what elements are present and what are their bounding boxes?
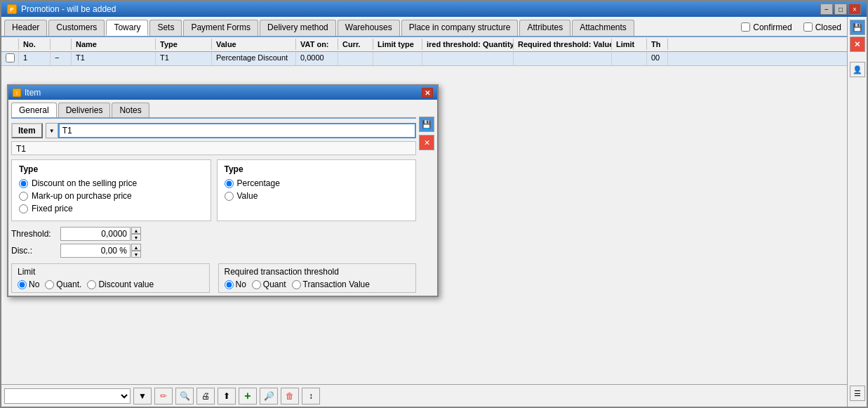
radio-fixed-price-label: Fixed price: [32, 204, 73, 213]
row-value: 0,0000: [296, 52, 338, 65]
threshold-input[interactable]: [60, 227, 131, 241]
row-name: T1: [72, 52, 156, 65]
confirmed-checkbox[interactable]: [741, 22, 750, 32]
modal-cancel-button[interactable]: ✕: [419, 135, 434, 150]
print-button[interactable]: 🖨: [196, 388, 215, 404]
threshold-spin-up[interactable]: ▲: [131, 227, 141, 234]
disc-spinner[interactable]: ▲ ▼: [131, 244, 141, 258]
disc-input[interactable]: [60, 244, 131, 258]
limit-discount-value-input[interactable]: [87, 280, 96, 289]
req-quant-input[interactable]: [252, 280, 261, 289]
search-button[interactable]: 🔍: [175, 388, 194, 404]
req-no-label: No: [236, 279, 246, 289]
col-limit: Limit: [612, 39, 647, 50]
type-left-box: Type Discount on the selling price Mark-…: [11, 159, 211, 221]
minimize-button[interactable]: −: [820, 4, 833, 15]
tab-sets[interactable]: Sets: [149, 20, 182, 36]
add-button[interactable]: +: [239, 388, 257, 404]
threshold-spin-down[interactable]: ▼: [131, 234, 141, 241]
tab-customers[interactable]: Customers: [48, 20, 105, 36]
req-no: No: [225, 279, 246, 289]
row-req-val: [612, 52, 647, 65]
user-button[interactable]: 👤: [850, 62, 865, 77]
radio-percentage-input[interactable]: [225, 179, 234, 188]
type-left-title: Type: [19, 164, 203, 174]
tab-delivery-method[interactable]: Delivery method: [260, 20, 336, 36]
type-sections: Type Discount on the selling price Mark-…: [11, 159, 416, 221]
col-check: [1, 39, 19, 50]
zoom-button[interactable]: 🔎: [260, 388, 278, 404]
close-button[interactable]: ×: [848, 4, 861, 15]
record-selector[interactable]: [4, 388, 131, 404]
modal-tab-notes[interactable]: Notes: [112, 103, 149, 117]
item-dropdown-button[interactable]: ▼: [46, 123, 58, 138]
col-dash: [51, 39, 72, 50]
limit-quant-label: Quant.: [56, 279, 81, 289]
limit-quant-input[interactable]: [45, 280, 54, 289]
item-button[interactable]: Item: [11, 123, 43, 138]
table-row[interactable]: 1 − T1 T1 Percentage Discount 0,0000 00: [1, 52, 847, 66]
radio-value-label: Value: [237, 191, 258, 201]
maximize-button[interactable]: □: [834, 4, 847, 15]
threshold-spinner[interactable]: ▲ ▼: [131, 227, 141, 241]
tab-payment-forms[interactable]: Payment Forms: [183, 20, 258, 36]
col-vaton: VAT on:: [296, 39, 338, 50]
req-no-input[interactable]: [225, 280, 234, 289]
row-check[interactable]: [1, 52, 19, 65]
tab-attributes[interactable]: Attributes: [519, 20, 570, 36]
row-dash: −: [51, 52, 72, 65]
title-bar: P Promotion - will be added − □ ×: [1, 1, 867, 17]
limit-no-input[interactable]: [18, 280, 27, 289]
closed-label: Closed: [815, 22, 841, 32]
threshold-label: Threshold:: [11, 229, 60, 239]
dropdown-arrow-button[interactable]: ▼: [133, 388, 152, 404]
col-limit-type: Limit type: [373, 39, 422, 50]
trash-button[interactable]: 🗑: [281, 388, 299, 404]
modal-close-button[interactable]: ✕: [422, 88, 433, 98]
req-transaction-value-label: Transaction Value: [303, 279, 370, 289]
col-no: No.: [19, 39, 51, 50]
threshold-row: Threshold: ▲ ▼: [11, 227, 416, 241]
closed-checkbox[interactable]: [803, 22, 813, 32]
tab-place-company[interactable]: Place in company structure: [401, 20, 519, 36]
folder-button[interactable]: ☰: [850, 386, 865, 401]
bottom-toolbar: ▼ ✏ 🔍 🖨 ⬆ + 🔎 🗑 ↕: [1, 384, 847, 407]
delete-button[interactable]: ✕: [850, 37, 865, 52]
limit-box: Limit No Quant. Discount value: [11, 263, 210, 293]
radio-fixed-price-input[interactable]: [19, 204, 28, 213]
col-req-qty: ired threshold: Quantity: [422, 39, 514, 50]
modal-icon: I: [13, 88, 21, 97]
type-right-title: Type: [225, 164, 409, 174]
req-threshold-box: Required transaction threshold No Quant: [218, 263, 417, 293]
req-transaction-value-input[interactable]: [292, 280, 301, 289]
modal-title-bar: I Item ✕: [8, 86, 437, 100]
export-button[interactable]: ⬆: [218, 388, 236, 404]
radio-value-input[interactable]: [225, 192, 234, 201]
row-no: 1: [19, 52, 51, 65]
save-button[interactable]: 💾: [850, 20, 865, 35]
modal-save-button[interactable]: 💾: [419, 117, 434, 132]
main-window: P Promotion - will be added − □ × Header…: [0, 0, 868, 408]
item-modal: I Item ✕ General Deliveries Notes Item ▼…: [7, 84, 439, 297]
tab-towary[interactable]: Towary: [106, 20, 148, 36]
item-text-field[interactable]: [58, 123, 416, 138]
limit-title: Limit: [18, 267, 203, 277]
row-curr: [373, 52, 422, 65]
move-button[interactable]: ↕: [302, 388, 320, 404]
tab-header[interactable]: Header: [4, 20, 47, 36]
row-value-type: Percentage Discount: [212, 52, 296, 65]
disc-spin-up[interactable]: ▲: [131, 244, 141, 251]
tab-warehouses[interactable]: Warehouses: [338, 20, 400, 36]
radio-discount-selling-input[interactable]: [19, 179, 28, 188]
req-transaction-value: Transaction Value: [292, 279, 370, 289]
tab-attachments[interactable]: Attachments: [572, 20, 634, 36]
modal-tab-deliveries[interactable]: Deliveries: [58, 103, 111, 117]
row-req-qty: [514, 52, 612, 65]
modal-title: Item: [25, 88, 422, 98]
disc-spin-down[interactable]: ▼: [131, 251, 141, 258]
item-description: T1: [11, 141, 416, 155]
row-vat: [338, 52, 373, 65]
modal-tab-general[interactable]: General: [11, 103, 57, 117]
radio-markup-purchase-input[interactable]: [19, 192, 28, 201]
edit-button[interactable]: ✏: [154, 388, 173, 404]
